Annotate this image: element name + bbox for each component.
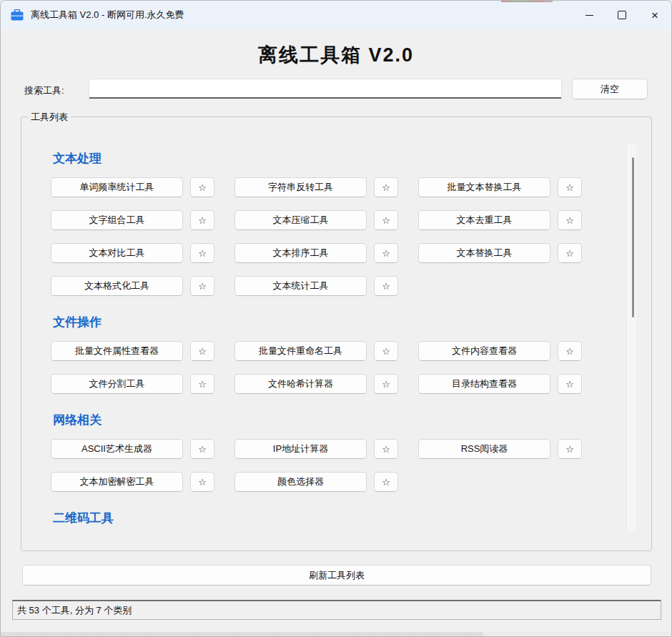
tool-button[interactable]: 文本加密解密工具 — [51, 472, 183, 492]
tool-button[interactable]: 文本替换工具 — [418, 243, 550, 263]
search-label: 搜索工具: — [24, 84, 64, 97]
refresh-tools-button[interactable]: 刷新工具列表 — [22, 565, 651, 586]
category-header: 网络相关 — [53, 413, 627, 428]
tool-entry: 颜色选择器☆ — [234, 472, 398, 492]
tool-button[interactable]: 文本统计工具 — [234, 276, 367, 296]
minimize-icon — [585, 15, 593, 16]
bottom-edge-strip — [1, 632, 671, 636]
favorite-star-button[interactable]: ☆ — [374, 177, 398, 197]
tool-entry: 文字组合工具☆ — [51, 210, 214, 230]
status-bar: 共 53 个工具, 分为 7 个类别 — [12, 600, 661, 620]
favorite-star-button[interactable]: ☆ — [190, 177, 214, 197]
tool-entry: 文本压缩工具☆ — [234, 210, 398, 230]
tool-button[interactable]: 单词频率统计工具 — [51, 177, 183, 197]
tool-button[interactable]: IP地址计算器 — [234, 439, 367, 459]
tool-entry: 字符串反转工具☆ — [234, 177, 398, 197]
category-header: 二维码工具 — [53, 511, 627, 525]
scrollbar-track[interactable] — [628, 144, 636, 531]
scrollbar-thumb[interactable] — [632, 157, 634, 317]
favorite-star-button[interactable]: ☆ — [374, 341, 398, 361]
tool-entry: 文件哈希计算器☆ — [234, 374, 398, 394]
favorite-star-button[interactable]: ☆ — [190, 374, 214, 394]
favorite-star-button[interactable]: ☆ — [374, 374, 398, 394]
tool-entry: 文本排序工具☆ — [234, 243, 398, 263]
tool-button[interactable]: 文本排序工具 — [234, 243, 367, 263]
tool-button[interactable]: 批量文件属性查看器 — [51, 341, 183, 361]
tool-button[interactable]: 字符串反转工具 — [234, 177, 367, 197]
tool-entry: 文件内容查看器☆ — [418, 341, 582, 361]
favorite-star-button[interactable]: ☆ — [374, 472, 398, 492]
tool-entry: 文本替换工具☆ — [418, 243, 582, 263]
tool-entry: 目录结构查看器☆ — [418, 374, 582, 394]
maximize-button[interactable] — [606, 1, 638, 29]
tool-button[interactable]: 批量文件重命名工具 — [234, 341, 367, 361]
tool-entry: 批量文件属性查看器☆ — [51, 341, 214, 361]
tool-entry: 批量文本替换工具☆ — [418, 177, 582, 197]
minimize-button[interactable] — [573, 1, 606, 29]
favorite-star-button[interactable]: ☆ — [190, 210, 214, 230]
favorite-star-button[interactable]: ☆ — [190, 472, 214, 492]
tool-grid: 单词频率统计工具☆字符串反转工具☆批量文本替换工具☆文字组合工具☆文本压缩工具☆… — [51, 177, 603, 309]
favorite-star-button[interactable]: ☆ — [374, 439, 398, 459]
tool-button[interactable]: RSS阅读器 — [418, 439, 550, 459]
favorite-star-button[interactable]: ☆ — [558, 177, 582, 197]
page-title: 离线工具箱 V2.0 — [1, 42, 671, 68]
tool-entry: 文本统计工具☆ — [234, 276, 398, 296]
favorite-star-button[interactable]: ☆ — [374, 210, 398, 230]
maximize-icon — [618, 11, 626, 19]
background-artifact — [501, 1, 553, 2]
tool-entry: RSS阅读器☆ — [418, 439, 582, 459]
favorite-star-button[interactable]: ☆ — [374, 243, 398, 263]
tool-button[interactable]: 颜色选择器 — [234, 472, 367, 492]
title-bar: 离线工具箱 V2.0 - 断网可用.永久免费 × — [1, 1, 671, 29]
favorite-star-button[interactable]: ☆ — [558, 439, 582, 459]
tool-button[interactable]: ASCII艺术生成器 — [51, 439, 183, 459]
tool-grid: ASCII艺术生成器☆IP地址计算器☆RSS阅读器☆文本加密解密工具☆颜色选择器… — [51, 439, 603, 505]
tool-entry: 文本格式化工具☆ — [51, 276, 214, 296]
app-window: 离线工具箱 V2.0 - 断网可用.永久免费 × 离线工具箱 V2.0 搜索工具… — [0, 0, 672, 637]
tool-button[interactable]: 文本压缩工具 — [234, 210, 367, 230]
favorite-star-button[interactable]: ☆ — [558, 374, 582, 394]
tool-button[interactable]: 文本格式化工具 — [51, 276, 183, 296]
category-header: 文件操作 — [53, 315, 627, 330]
favorite-star-button[interactable]: ☆ — [558, 243, 582, 263]
favorite-star-button[interactable]: ☆ — [374, 276, 398, 296]
tool-list-groupbox: 工具列表 文本处理单词频率统计工具☆字符串反转工具☆批量文本替换工具☆文字组合工… — [21, 117, 652, 551]
tool-entry: 单词频率统计工具☆ — [51, 177, 214, 197]
category-section-1: 文件操作批量文件属性查看器☆批量文件重命名工具☆文件内容查看器☆文件分割工具☆文… — [51, 315, 627, 407]
tool-entry: IP地址计算器☆ — [234, 439, 398, 459]
tool-button[interactable]: 目录结构查看器 — [418, 374, 550, 394]
favorite-star-button[interactable]: ☆ — [558, 210, 582, 230]
favorite-star-button[interactable]: ☆ — [190, 341, 214, 361]
category-section-3: 二维码工具 — [51, 511, 627, 537]
tool-entry: ASCII艺术生成器☆ — [51, 439, 214, 459]
window-title: 离线工具箱 V2.0 - 断网可用.永久免费 — [31, 9, 184, 21]
favorite-star-button[interactable]: ☆ — [190, 243, 214, 263]
favorite-star-button[interactable]: ☆ — [190, 276, 214, 296]
toolbox-icon — [11, 9, 24, 21]
tool-entry: 批量文件重命名工具☆ — [234, 341, 398, 361]
category-section-0: 文本处理单词频率统计工具☆字符串反转工具☆批量文本替换工具☆文字组合工具☆文本压… — [51, 152, 627, 309]
favorite-star-button[interactable]: ☆ — [558, 341, 582, 361]
tool-button[interactable]: 文件哈希计算器 — [234, 374, 367, 394]
favorite-star-button[interactable]: ☆ — [190, 439, 214, 459]
window-controls: × — [573, 1, 671, 29]
tool-button[interactable]: 文件内容查看器 — [418, 341, 550, 361]
tool-entry: 文本对比工具☆ — [51, 243, 214, 263]
close-icon: × — [651, 9, 658, 21]
tool-scroll-area: 文本处理单词频率统计工具☆字符串反转工具☆批量文本替换工具☆文字组合工具☆文本压… — [21, 117, 627, 550]
search-input[interactable] — [89, 79, 562, 99]
category-section-2: 网络相关ASCII艺术生成器☆IP地址计算器☆RSS阅读器☆文本加密解密工具☆颜… — [51, 413, 627, 505]
clear-search-button[interactable]: 清空 — [572, 79, 648, 99]
tool-button[interactable]: 文字组合工具 — [51, 210, 183, 230]
tool-entry: 文本去重工具☆ — [418, 210, 582, 230]
category-header: 文本处理 — [53, 152, 627, 166]
tool-button[interactable]: 文件分割工具 — [51, 374, 183, 394]
tool-entry: 文件分割工具☆ — [51, 374, 214, 394]
tool-button[interactable]: 文本对比工具 — [51, 243, 183, 263]
tool-entry: 文本加密解密工具☆ — [51, 472, 214, 492]
tool-grid: 批量文件属性查看器☆批量文件重命名工具☆文件内容查看器☆文件分割工具☆文件哈希计… — [51, 341, 603, 407]
close-button[interactable]: × — [638, 1, 671, 29]
tool-button[interactable]: 批量文本替换工具 — [418, 177, 550, 197]
tool-button[interactable]: 文本去重工具 — [418, 210, 550, 230]
